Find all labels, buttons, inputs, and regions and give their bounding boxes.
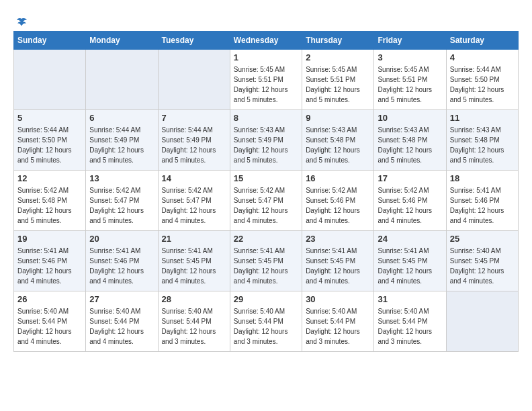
day-number: 24: [378, 234, 442, 244]
calendar-cell: 23Sunrise: 5:41 AMSunset: 5:45 PMDayligh…: [302, 231, 374, 291]
calendar-week-5: 26Sunrise: 5:40 AMSunset: 5:44 PMDayligh…: [14, 291, 519, 352]
calendar-cell: 4Sunrise: 5:44 AMSunset: 5:50 PMDaylight…: [446, 50, 518, 110]
logo-bird-icon: [15, 16, 28, 30]
day-info: Sunrise: 5:42 AMSunset: 5:46 PMDaylight:…: [306, 185, 370, 226]
calendar-table: SundayMondayTuesdayWednesdayThursdayFrid…: [13, 31, 519, 352]
calendar-cell: 21Sunrise: 5:41 AMSunset: 5:45 PMDayligh…: [158, 231, 230, 291]
day-info: Sunrise: 5:41 AMSunset: 5:46 PMDaylight:…: [17, 246, 82, 286]
day-number: 11: [450, 113, 515, 123]
calendar-cell: 1Sunrise: 5:45 AMSunset: 5:51 PMDaylight…: [230, 50, 302, 110]
day-info: Sunrise: 5:41 AMSunset: 5:46 PMDaylight:…: [450, 185, 515, 226]
calendar-cell: 10Sunrise: 5:43 AMSunset: 5:48 PMDayligh…: [374, 110, 446, 171]
calendar-cell: 30Sunrise: 5:40 AMSunset: 5:44 PMDayligh…: [302, 291, 374, 352]
calendar-cell: 14Sunrise: 5:42 AMSunset: 5:47 PMDayligh…: [158, 171, 230, 231]
day-number: 28: [162, 294, 226, 304]
day-number: 13: [89, 173, 154, 183]
weekday-header-friday: Friday: [374, 32, 446, 50]
calendar-cell: [158, 50, 230, 110]
calendar-cell: 8Sunrise: 5:43 AMSunset: 5:49 PMDaylight…: [230, 110, 302, 171]
calendar-cell: 24Sunrise: 5:41 AMSunset: 5:45 PMDayligh…: [374, 231, 446, 291]
weekday-header-thursday: Thursday: [302, 32, 374, 50]
calendar-week-2: 5Sunrise: 5:44 AMSunset: 5:50 PMDaylight…: [14, 110, 519, 171]
day-info: Sunrise: 5:40 AMSunset: 5:44 PMDaylight:…: [162, 306, 226, 347]
calendar-cell: 11Sunrise: 5:43 AMSunset: 5:48 PMDayligh…: [446, 110, 518, 171]
calendar-week-3: 12Sunrise: 5:42 AMSunset: 5:48 PMDayligh…: [14, 171, 519, 231]
day-info: Sunrise: 5:42 AMSunset: 5:47 PMDaylight:…: [89, 185, 154, 226]
day-number: 14: [162, 173, 226, 183]
day-number: 5: [17, 113, 82, 123]
calendar-cell: 19Sunrise: 5:41 AMSunset: 5:46 PMDayligh…: [14, 231, 86, 291]
day-number: 10: [378, 113, 442, 123]
calendar-cell: 12Sunrise: 5:42 AMSunset: 5:48 PMDayligh…: [14, 171, 86, 231]
calendar-cell: [86, 50, 158, 110]
day-info: Sunrise: 5:42 AMSunset: 5:47 PMDaylight:…: [234, 185, 298, 226]
calendar-cell: 5Sunrise: 5:44 AMSunset: 5:50 PMDaylight…: [14, 110, 86, 171]
calendar-cell: 16Sunrise: 5:42 AMSunset: 5:46 PMDayligh…: [302, 171, 374, 231]
calendar-cell: [446, 291, 518, 352]
day-info: Sunrise: 5:44 AMSunset: 5:50 PMDaylight:…: [450, 64, 515, 105]
day-number: 25: [450, 234, 515, 244]
calendar-cell: 26Sunrise: 5:40 AMSunset: 5:44 PMDayligh…: [14, 291, 86, 352]
day-info: Sunrise: 5:41 AMSunset: 5:46 PMDaylight:…: [89, 246, 154, 286]
calendar-cell: 7Sunrise: 5:44 AMSunset: 5:49 PMDaylight…: [158, 110, 230, 171]
day-number: 23: [306, 234, 370, 244]
calendar-cell: 28Sunrise: 5:40 AMSunset: 5:44 PMDayligh…: [158, 291, 230, 352]
day-number: 18: [450, 173, 515, 183]
calendar-cell: 27Sunrise: 5:40 AMSunset: 5:44 PMDayligh…: [86, 291, 158, 352]
weekday-header-monday: Monday: [86, 32, 158, 50]
calendar-cell: 13Sunrise: 5:42 AMSunset: 5:47 PMDayligh…: [86, 171, 158, 231]
day-number: 7: [162, 113, 226, 123]
day-info: Sunrise: 5:44 AMSunset: 5:49 PMDaylight:…: [162, 125, 226, 165]
day-number: 16: [306, 173, 370, 183]
calendar-cell: 3Sunrise: 5:45 AMSunset: 5:51 PMDaylight…: [374, 50, 446, 110]
day-number: 21: [162, 234, 226, 244]
day-number: 1: [234, 52, 298, 62]
calendar-cell: 29Sunrise: 5:40 AMSunset: 5:44 PMDayligh…: [230, 291, 302, 352]
calendar-cell: 25Sunrise: 5:40 AMSunset: 5:45 PMDayligh…: [446, 231, 518, 291]
day-info: Sunrise: 5:45 AMSunset: 5:51 PMDaylight:…: [378, 64, 442, 105]
calendar-cell: 18Sunrise: 5:41 AMSunset: 5:46 PMDayligh…: [446, 171, 518, 231]
logo: [13, 16, 28, 27]
calendar-cell: 6Sunrise: 5:44 AMSunset: 5:49 PMDaylight…: [86, 110, 158, 171]
day-info: Sunrise: 5:41 AMSunset: 5:45 PMDaylight:…: [162, 246, 226, 286]
day-info: Sunrise: 5:40 AMSunset: 5:44 PMDaylight:…: [17, 306, 82, 347]
day-info: Sunrise: 5:40 AMSunset: 5:44 PMDaylight:…: [378, 306, 442, 347]
day-info: Sunrise: 5:43 AMSunset: 5:48 PMDaylight:…: [378, 125, 442, 165]
day-info: Sunrise: 5:42 AMSunset: 5:47 PMDaylight:…: [162, 185, 226, 226]
day-number: 15: [234, 173, 298, 183]
day-info: Sunrise: 5:42 AMSunset: 5:48 PMDaylight:…: [17, 185, 82, 226]
day-info: Sunrise: 5:41 AMSunset: 5:45 PMDaylight:…: [306, 246, 370, 286]
calendar-header: SundayMondayTuesdayWednesdayThursdayFrid…: [14, 32, 519, 50]
calendar-cell: 17Sunrise: 5:42 AMSunset: 5:46 PMDayligh…: [374, 171, 446, 231]
day-info: Sunrise: 5:43 AMSunset: 5:48 PMDaylight:…: [450, 125, 515, 165]
day-number: 9: [306, 113, 370, 123]
day-info: Sunrise: 5:43 AMSunset: 5:48 PMDaylight:…: [306, 125, 370, 165]
day-number: 20: [89, 234, 154, 244]
calendar-cell: 2Sunrise: 5:45 AMSunset: 5:51 PMDaylight…: [302, 50, 374, 110]
calendar-week-1: 1Sunrise: 5:45 AMSunset: 5:51 PMDaylight…: [14, 50, 519, 110]
day-info: Sunrise: 5:45 AMSunset: 5:51 PMDaylight:…: [306, 64, 370, 105]
calendar-cell: 31Sunrise: 5:40 AMSunset: 5:44 PMDayligh…: [374, 291, 446, 352]
day-number: 17: [378, 173, 442, 183]
page-header: [13, 13, 519, 27]
calendar-cell: 22Sunrise: 5:41 AMSunset: 5:45 PMDayligh…: [230, 231, 302, 291]
day-info: Sunrise: 5:42 AMSunset: 5:46 PMDaylight:…: [378, 185, 442, 226]
weekday-header-wednesday: Wednesday: [230, 32, 302, 50]
day-number: 30: [306, 294, 370, 304]
day-number: 6: [89, 113, 154, 123]
day-number: 2: [306, 52, 370, 62]
day-number: 3: [378, 52, 442, 62]
day-info: Sunrise: 5:40 AMSunset: 5:44 PMDaylight:…: [306, 306, 370, 347]
day-info: Sunrise: 5:41 AMSunset: 5:45 PMDaylight:…: [378, 246, 442, 286]
day-number: 12: [17, 173, 82, 183]
calendar-cell: 9Sunrise: 5:43 AMSunset: 5:48 PMDaylight…: [302, 110, 374, 171]
day-info: Sunrise: 5:45 AMSunset: 5:51 PMDaylight:…: [234, 64, 298, 105]
calendar-week-4: 19Sunrise: 5:41 AMSunset: 5:46 PMDayligh…: [14, 231, 519, 291]
day-number: 22: [234, 234, 298, 244]
day-number: 19: [17, 234, 82, 244]
day-number: 31: [378, 294, 442, 304]
day-number: 26: [17, 294, 82, 304]
day-number: 29: [234, 294, 298, 304]
weekday-header-sunday: Sunday: [14, 32, 86, 50]
calendar-cell: 15Sunrise: 5:42 AMSunset: 5:47 PMDayligh…: [230, 171, 302, 231]
